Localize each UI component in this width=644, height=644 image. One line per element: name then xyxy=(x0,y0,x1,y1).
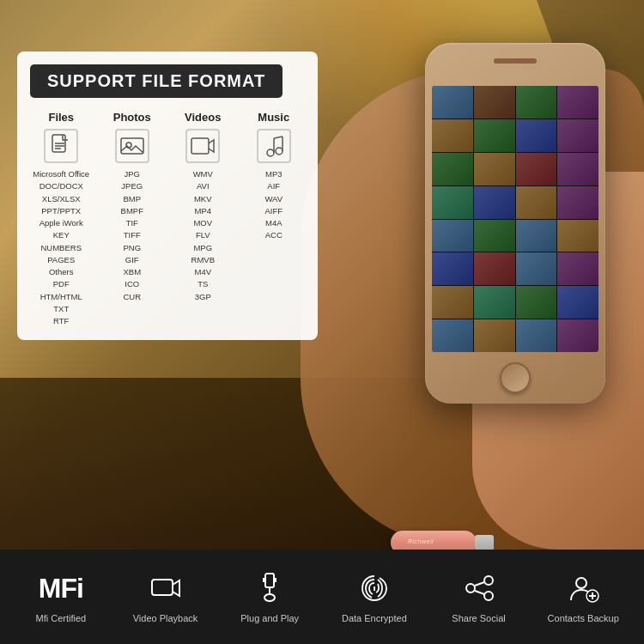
fingerprint-icon xyxy=(355,569,393,608)
photo-cell xyxy=(557,252,598,285)
svg-rect-12 xyxy=(152,580,173,595)
share-icon xyxy=(459,569,498,608)
photo-cell xyxy=(557,86,598,118)
photos-list: JPGJPEGBMPBMPFTIFTIFFPNGGIFXBMICOCUR xyxy=(101,168,164,303)
videos-column: Videos WMVAVIMKVMP4MOVFLVMPGRMVBM4VTS3GP xyxy=(172,111,234,327)
usb-plug-icon xyxy=(251,569,289,608)
photo-cell xyxy=(516,86,557,118)
photo-cell xyxy=(474,186,515,219)
svg-point-20 xyxy=(484,592,493,600)
videos-title: Videos xyxy=(172,111,234,124)
photo-cell xyxy=(557,286,598,319)
photo-cell xyxy=(557,153,598,185)
music-icon xyxy=(257,129,291,163)
photo-cell xyxy=(557,186,598,219)
svg-point-24 xyxy=(576,578,586,588)
photo-cell xyxy=(432,252,473,285)
files-column: Files Microsoft OfficeDOC/DOCXXLS/XLSXPP… xyxy=(30,111,93,327)
photo-cell xyxy=(474,220,515,252)
encrypt-label: Data Encrypted xyxy=(342,612,407,624)
svg-rect-15 xyxy=(264,594,275,601)
files-title: Files xyxy=(30,111,93,124)
photo-cell xyxy=(432,319,473,352)
file-icon xyxy=(44,129,78,163)
svg-line-22 xyxy=(475,582,484,586)
music-title: Music xyxy=(243,111,306,124)
contacts-label: Contacts Backup xyxy=(548,612,619,624)
photo-cell xyxy=(432,220,473,252)
photo-cell xyxy=(516,186,557,219)
photo-cell xyxy=(432,286,473,319)
camera-icon xyxy=(146,569,185,608)
usb-brand-text: Richwell xyxy=(408,538,434,544)
main-container: Richwell SUPPORT FILE FORMAT Files xyxy=(0,0,644,644)
photo-cell xyxy=(516,286,557,319)
photo-cell xyxy=(516,153,557,185)
mfi-icon: MFi xyxy=(41,569,80,608)
svg-point-7 xyxy=(267,149,274,156)
video-icon xyxy=(185,129,220,163)
phone-home-button xyxy=(500,362,531,393)
data-encrypted-item: Data Encrypted xyxy=(322,569,427,624)
photos-title: Photos xyxy=(101,111,164,124)
photo-cell xyxy=(557,119,598,152)
plug-and-play-item: Plug and Play xyxy=(217,569,322,624)
photo-cell xyxy=(432,186,473,219)
mfi-item: MFi Mfi Certified xyxy=(9,569,113,624)
format-grid: Files Microsoft OfficeDOC/DOCXXLS/XLSXPP… xyxy=(30,111,305,327)
video-playback-item: Video Playback xyxy=(113,569,218,624)
svg-line-11 xyxy=(274,137,283,138)
photo-cell xyxy=(474,153,515,185)
plug-label: Plug and Play xyxy=(240,612,299,624)
files-list: Microsoft OfficeDOC/DOCXXLS/XLSXPPT/PPTX… xyxy=(30,168,93,327)
svg-rect-13 xyxy=(265,574,274,587)
phone-body xyxy=(425,43,605,404)
photo-cell xyxy=(474,86,515,118)
photo-cell xyxy=(432,119,473,152)
photo-cell xyxy=(557,319,598,352)
photos-column: Photos JPGJPEGBMPBMPFTIFTIFFPNGGIFXBMICO… xyxy=(101,111,164,327)
svg-rect-6 xyxy=(191,138,209,154)
content-box: SUPPORT FILE FORMAT Files Microsoft Offi… xyxy=(17,52,318,340)
videos-list: WMVAVIMKVMP4MOVFLVMPGRMVBM4VTS3GP xyxy=(172,168,234,303)
photo-cell xyxy=(516,119,557,152)
usb-connector xyxy=(475,535,494,550)
mfi-text: MFi xyxy=(39,573,83,605)
support-title: SUPPORT FILE FORMAT xyxy=(30,64,283,98)
photo-cell xyxy=(516,252,557,285)
svg-rect-4 xyxy=(121,138,143,154)
music-column: Music MP3AIFWAVAIFFM4AACC xyxy=(243,111,306,327)
share-label: Share Social xyxy=(452,612,505,624)
video-label: Video Playback xyxy=(133,612,198,624)
photo-cell xyxy=(516,319,557,352)
phone-speaker xyxy=(494,58,537,64)
photo-grid xyxy=(432,86,598,352)
share-social-item: Share Social xyxy=(427,569,532,624)
photo-cell xyxy=(432,86,473,118)
svg-line-23 xyxy=(475,591,484,594)
photo-icon xyxy=(115,129,149,163)
photo-cell xyxy=(474,119,515,152)
photo-cell xyxy=(474,286,515,319)
bottom-bar: MFi Mfi Certified Video Playback xyxy=(0,550,644,644)
photo-cell xyxy=(432,153,473,185)
phone-wrapper xyxy=(412,26,618,438)
svg-point-19 xyxy=(484,576,493,585)
svg-point-21 xyxy=(466,584,475,592)
photo-cell xyxy=(516,220,557,252)
contacts-backup-item: Contacts Backup xyxy=(531,569,635,624)
mfi-label: Mfi Certified xyxy=(35,612,86,624)
photo-cell xyxy=(474,319,515,352)
photo-cell xyxy=(474,252,515,285)
svg-point-8 xyxy=(276,148,283,155)
photo-cell xyxy=(557,220,598,252)
contacts-icon xyxy=(564,569,603,608)
phone-screen xyxy=(432,86,598,352)
music-list: MP3AIFWAVAIFFM4AACC xyxy=(243,168,306,242)
